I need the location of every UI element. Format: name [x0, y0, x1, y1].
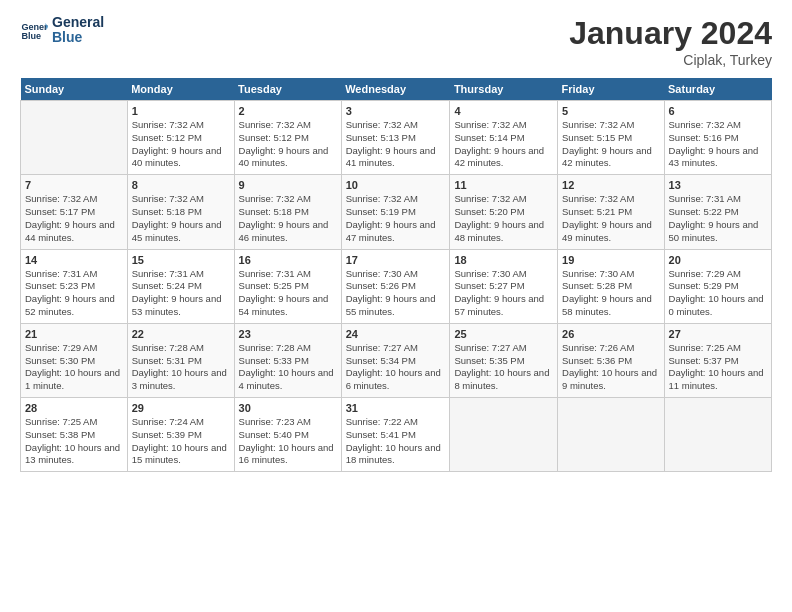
- logo: General Blue General Blue: [20, 15, 104, 46]
- day-number: 14: [25, 254, 123, 266]
- day-info: Sunrise: 7:25 AMSunset: 5:37 PMDaylight:…: [669, 342, 767, 393]
- day-number: 26: [562, 328, 660, 340]
- day-info: Sunrise: 7:32 AMSunset: 5:13 PMDaylight:…: [346, 119, 446, 170]
- day-info: Sunrise: 7:32 AMSunset: 5:17 PMDaylight:…: [25, 193, 123, 244]
- day-info: Sunrise: 7:23 AMSunset: 5:40 PMDaylight:…: [239, 416, 337, 467]
- calendar-cell: 6 Sunrise: 7:32 AMSunset: 5:16 PMDayligh…: [664, 101, 771, 175]
- day-number: 5: [562, 105, 660, 117]
- day-number: 25: [454, 328, 553, 340]
- weekday-header-tuesday: Tuesday: [234, 78, 341, 101]
- day-number: 10: [346, 179, 446, 191]
- day-info: Sunrise: 7:32 AMSunset: 5:15 PMDaylight:…: [562, 119, 660, 170]
- calendar-cell: 29 Sunrise: 7:24 AMSunset: 5:39 PMDaylig…: [127, 398, 234, 472]
- day-number: 7: [25, 179, 123, 191]
- day-info: Sunrise: 7:30 AMSunset: 5:27 PMDaylight:…: [454, 268, 553, 319]
- calendar-cell: 15 Sunrise: 7:31 AMSunset: 5:24 PMDaylig…: [127, 249, 234, 323]
- weekday-header-friday: Friday: [558, 78, 665, 101]
- day-info: Sunrise: 7:32 AMSunset: 5:12 PMDaylight:…: [239, 119, 337, 170]
- day-number: 30: [239, 402, 337, 414]
- logo-line1: General: [52, 15, 104, 30]
- day-number: 8: [132, 179, 230, 191]
- day-number: 6: [669, 105, 767, 117]
- day-number: 13: [669, 179, 767, 191]
- calendar-cell: 13 Sunrise: 7:31 AMSunset: 5:22 PMDaylig…: [664, 175, 771, 249]
- calendar-cell: 3 Sunrise: 7:32 AMSunset: 5:13 PMDayligh…: [341, 101, 450, 175]
- calendar-cell: 18 Sunrise: 7:30 AMSunset: 5:27 PMDaylig…: [450, 249, 558, 323]
- logo-icon: General Blue: [20, 16, 48, 44]
- day-info: Sunrise: 7:32 AMSunset: 5:14 PMDaylight:…: [454, 119, 553, 170]
- day-info: Sunrise: 7:25 AMSunset: 5:38 PMDaylight:…: [25, 416, 123, 467]
- day-info: Sunrise: 7:32 AMSunset: 5:19 PMDaylight:…: [346, 193, 446, 244]
- day-info: Sunrise: 7:28 AMSunset: 5:31 PMDaylight:…: [132, 342, 230, 393]
- day-number: 4: [454, 105, 553, 117]
- calendar-cell: 27 Sunrise: 7:25 AMSunset: 5:37 PMDaylig…: [664, 323, 771, 397]
- calendar-cell: 21 Sunrise: 7:29 AMSunset: 5:30 PMDaylig…: [21, 323, 128, 397]
- calendar-week-row: 21 Sunrise: 7:29 AMSunset: 5:30 PMDaylig…: [21, 323, 772, 397]
- calendar-cell: [21, 101, 128, 175]
- calendar-cell: 22 Sunrise: 7:28 AMSunset: 5:31 PMDaylig…: [127, 323, 234, 397]
- calendar-cell: 24 Sunrise: 7:27 AMSunset: 5:34 PMDaylig…: [341, 323, 450, 397]
- day-info: Sunrise: 7:32 AMSunset: 5:16 PMDaylight:…: [669, 119, 767, 170]
- calendar-cell: [450, 398, 558, 472]
- day-info: Sunrise: 7:32 AMSunset: 5:21 PMDaylight:…: [562, 193, 660, 244]
- calendar-cell: 11 Sunrise: 7:32 AMSunset: 5:20 PMDaylig…: [450, 175, 558, 249]
- day-info: Sunrise: 7:31 AMSunset: 5:25 PMDaylight:…: [239, 268, 337, 319]
- day-number: 19: [562, 254, 660, 266]
- day-info: Sunrise: 7:32 AMSunset: 5:18 PMDaylight:…: [132, 193, 230, 244]
- day-info: Sunrise: 7:24 AMSunset: 5:39 PMDaylight:…: [132, 416, 230, 467]
- weekday-header-sunday: Sunday: [21, 78, 128, 101]
- calendar-cell: 12 Sunrise: 7:32 AMSunset: 5:21 PMDaylig…: [558, 175, 665, 249]
- day-info: Sunrise: 7:22 AMSunset: 5:41 PMDaylight:…: [346, 416, 446, 467]
- day-number: 9: [239, 179, 337, 191]
- calendar-cell: 20 Sunrise: 7:29 AMSunset: 5:29 PMDaylig…: [664, 249, 771, 323]
- day-number: 29: [132, 402, 230, 414]
- weekday-header-monday: Monday: [127, 78, 234, 101]
- calendar-cell: 25 Sunrise: 7:27 AMSunset: 5:35 PMDaylig…: [450, 323, 558, 397]
- calendar-week-row: 28 Sunrise: 7:25 AMSunset: 5:38 PMDaylig…: [21, 398, 772, 472]
- day-number: 28: [25, 402, 123, 414]
- calendar-cell: 17 Sunrise: 7:30 AMSunset: 5:26 PMDaylig…: [341, 249, 450, 323]
- day-number: 17: [346, 254, 446, 266]
- calendar-cell: 10 Sunrise: 7:32 AMSunset: 5:19 PMDaylig…: [341, 175, 450, 249]
- day-info: Sunrise: 7:26 AMSunset: 5:36 PMDaylight:…: [562, 342, 660, 393]
- day-info: Sunrise: 7:30 AMSunset: 5:28 PMDaylight:…: [562, 268, 660, 319]
- calendar-cell: 16 Sunrise: 7:31 AMSunset: 5:25 PMDaylig…: [234, 249, 341, 323]
- calendar-week-row: 1 Sunrise: 7:32 AMSunset: 5:12 PMDayligh…: [21, 101, 772, 175]
- page-header: General Blue General Blue January 2024 C…: [20, 15, 772, 68]
- day-info: Sunrise: 7:28 AMSunset: 5:33 PMDaylight:…: [239, 342, 337, 393]
- title-block: January 2024 Ciplak, Turkey: [569, 15, 772, 68]
- day-info: Sunrise: 7:31 AMSunset: 5:23 PMDaylight:…: [25, 268, 123, 319]
- day-number: 11: [454, 179, 553, 191]
- day-number: 16: [239, 254, 337, 266]
- calendar-cell: 14 Sunrise: 7:31 AMSunset: 5:23 PMDaylig…: [21, 249, 128, 323]
- calendar-cell: 28 Sunrise: 7:25 AMSunset: 5:38 PMDaylig…: [21, 398, 128, 472]
- calendar-cell: 8 Sunrise: 7:32 AMSunset: 5:18 PMDayligh…: [127, 175, 234, 249]
- calendar-week-row: 7 Sunrise: 7:32 AMSunset: 5:17 PMDayligh…: [21, 175, 772, 249]
- weekday-header-thursday: Thursday: [450, 78, 558, 101]
- day-number: 27: [669, 328, 767, 340]
- calendar-cell: 19 Sunrise: 7:30 AMSunset: 5:28 PMDaylig…: [558, 249, 665, 323]
- calendar-cell: 4 Sunrise: 7:32 AMSunset: 5:14 PMDayligh…: [450, 101, 558, 175]
- day-number: 2: [239, 105, 337, 117]
- calendar-cell: 23 Sunrise: 7:28 AMSunset: 5:33 PMDaylig…: [234, 323, 341, 397]
- day-number: 1: [132, 105, 230, 117]
- calendar-cell: 5 Sunrise: 7:32 AMSunset: 5:15 PMDayligh…: [558, 101, 665, 175]
- day-number: 15: [132, 254, 230, 266]
- day-info: Sunrise: 7:27 AMSunset: 5:35 PMDaylight:…: [454, 342, 553, 393]
- calendar-table: SundayMondayTuesdayWednesdayThursdayFrid…: [20, 78, 772, 472]
- day-info: Sunrise: 7:32 AMSunset: 5:20 PMDaylight:…: [454, 193, 553, 244]
- day-number: 18: [454, 254, 553, 266]
- calendar-cell: [664, 398, 771, 472]
- logo-line2: Blue: [52, 30, 104, 45]
- weekday-header-saturday: Saturday: [664, 78, 771, 101]
- calendar-cell: 2 Sunrise: 7:32 AMSunset: 5:12 PMDayligh…: [234, 101, 341, 175]
- month-title: January 2024: [569, 15, 772, 52]
- location-subtitle: Ciplak, Turkey: [569, 52, 772, 68]
- calendar-cell: 26 Sunrise: 7:26 AMSunset: 5:36 PMDaylig…: [558, 323, 665, 397]
- day-number: 21: [25, 328, 123, 340]
- svg-text:Blue: Blue: [21, 31, 41, 41]
- calendar-cell: 9 Sunrise: 7:32 AMSunset: 5:18 PMDayligh…: [234, 175, 341, 249]
- day-number: 22: [132, 328, 230, 340]
- calendar-cell: 7 Sunrise: 7:32 AMSunset: 5:17 PMDayligh…: [21, 175, 128, 249]
- day-number: 23: [239, 328, 337, 340]
